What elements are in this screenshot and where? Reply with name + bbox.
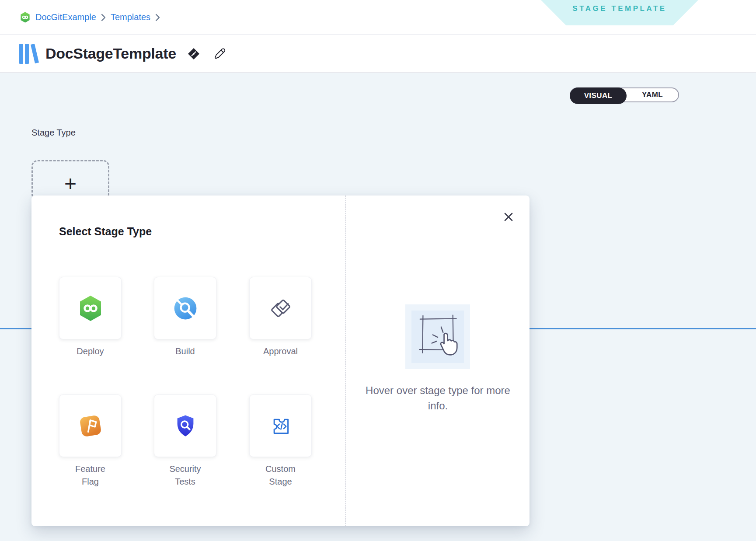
feature-flag-icon bbox=[77, 412, 104, 440]
breadcrumb-chevron-icon bbox=[101, 13, 106, 22]
stage-card-label: Approval bbox=[249, 345, 312, 358]
cd-infinity-hexagon-icon bbox=[77, 294, 105, 322]
title-bar: DocStageTemplate VISUAL YAML bbox=[0, 35, 756, 73]
stage-card-deploy[interactable] bbox=[59, 277, 122, 339]
template-tag-icon bbox=[187, 47, 201, 61]
stage-card-build[interactable] bbox=[154, 277, 216, 339]
stage-card-label: Build bbox=[154, 345, 216, 358]
edit-pencil-icon[interactable] bbox=[212, 47, 226, 61]
add-stage-button[interactable]: + bbox=[31, 160, 109, 200]
breadcrumb-project-link[interactable]: DocGitExample bbox=[35, 12, 96, 22]
page-title: DocStageTemplate bbox=[45, 45, 176, 62]
ci-sphere-search-icon bbox=[173, 296, 198, 321]
stage-card-label: Deploy bbox=[59, 345, 122, 358]
plus-icon: + bbox=[64, 172, 77, 195]
stage-template-page: DocGitExample Templates STAGE TEMPLATE D… bbox=[0, 0, 756, 541]
hover-info-message: Hover over stage type for more info. bbox=[359, 383, 517, 413]
template-library-icon bbox=[19, 43, 39, 64]
toggle-yaml-button[interactable]: YAML bbox=[627, 88, 678, 101]
stage-card-security-tests[interactable] bbox=[154, 394, 216, 457]
breadcrumb-templates-link[interactable]: Templates bbox=[111, 12, 150, 22]
breadcrumb-chevron-icon bbox=[155, 13, 160, 22]
project-hexagon-infinity-icon bbox=[19, 11, 31, 24]
modal-title: Select Stage Type bbox=[59, 225, 152, 238]
stage-info-panel: Hover over stage type for more info. bbox=[345, 195, 530, 526]
stage-card-feature-flag[interactable] bbox=[59, 394, 122, 457]
stage-card-label: Feature Flag bbox=[59, 463, 122, 488]
stage-card-label: Custom Stage bbox=[249, 463, 312, 488]
visual-yaml-toggle[interactable]: VISUAL YAML bbox=[570, 87, 679, 102]
hover-click-illustration bbox=[405, 304, 470, 369]
breadcrumb: DocGitExample Templates bbox=[19, 0, 160, 35]
toggle-visual-button[interactable]: VISUAL bbox=[570, 87, 627, 104]
stage-card-approval[interactable] bbox=[249, 277, 312, 339]
stage-card-custom-stage[interactable] bbox=[249, 394, 312, 457]
approval-stamp-check-icon bbox=[268, 295, 294, 321]
select-stage-type-modal: Select Stage Type Deploy bbox=[31, 195, 530, 526]
custom-stage-code-icon bbox=[268, 414, 293, 438]
stage-template-ribbon-label: STAGE TEMPLATE bbox=[572, 4, 666, 13]
stage-card-label: Security Tests bbox=[154, 463, 216, 488]
stage-template-ribbon: STAGE TEMPLATE bbox=[541, 0, 698, 25]
stage-type-label: Stage Type bbox=[31, 128, 76, 138]
breadcrumb-bar: DocGitExample Templates STAGE TEMPLATE bbox=[0, 0, 756, 35]
security-shield-search-icon bbox=[173, 414, 198, 438]
